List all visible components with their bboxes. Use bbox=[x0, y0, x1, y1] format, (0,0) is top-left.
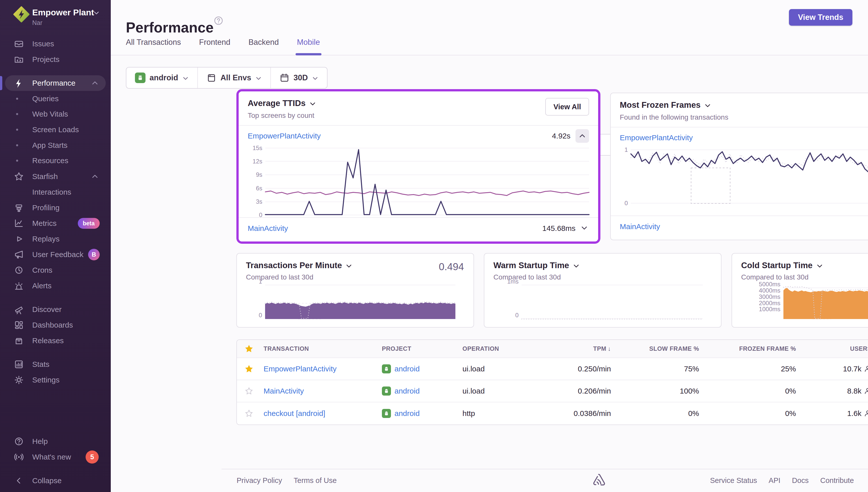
sidebar-item-issues[interactable]: Issues bbox=[0, 36, 111, 52]
tpm-value: 0.494 bbox=[439, 261, 464, 272]
help-circle-icon[interactable] bbox=[213, 16, 224, 26]
org-switcher[interactable]: Empower Plant Nar bbox=[0, 0, 111, 33]
settings-icon bbox=[14, 375, 24, 385]
sidebar-item-interactions[interactable]: Interactions bbox=[0, 184, 111, 200]
tpm-card: Transactions Per Minute Compared to last… bbox=[236, 253, 474, 327]
sidebar-item-performance[interactable]: Performance bbox=[0, 75, 111, 91]
sidebar-item-projects[interactable]: Projects bbox=[0, 51, 111, 68]
tab-backend[interactable]: Backend bbox=[249, 38, 279, 54]
view-all-button[interactable]: View All bbox=[545, 98, 589, 116]
y-axis-tick: 12s bbox=[253, 158, 262, 165]
sidebar-item-starfish[interactable]: Starfish bbox=[0, 168, 111, 184]
sidebar-item-dashboards[interactable]: Dashboards bbox=[0, 317, 111, 333]
footer-link-service-status[interactable]: Service Status bbox=[710, 476, 757, 485]
sidebar-item-releases[interactable]: Releases bbox=[0, 333, 111, 349]
sidebar-item-label: Projects bbox=[32, 55, 59, 64]
footer-link-api[interactable]: API bbox=[769, 476, 781, 485]
sidebar-item-label: Starfish bbox=[32, 172, 58, 181]
user-feedback-badge: B bbox=[88, 249, 100, 260]
sidebar-item-label: App Starts bbox=[32, 141, 68, 150]
operation-cell: ui.load bbox=[460, 365, 548, 373]
tpm-title-dropdown[interactable]: Transactions Per Minute bbox=[246, 261, 353, 270]
sidebar-item-metrics[interactable]: Metricsbeta bbox=[0, 215, 111, 231]
android-project-icon bbox=[382, 409, 391, 418]
table-row[interactable]: MainActivityandroidui.load0.206/min100%0… bbox=[237, 380, 868, 402]
transactions-table: TRANSACTION PROJECT OPERATION TPM↓ SLOW … bbox=[236, 339, 868, 425]
sidebar-item-profiling[interactable]: Profiling bbox=[0, 200, 111, 216]
avg-ttids-title-dropdown[interactable]: Average TTIDs bbox=[248, 98, 316, 108]
tab-mobile[interactable]: Mobile bbox=[297, 38, 320, 54]
transaction-link[interactable]: MainActivity bbox=[248, 224, 288, 233]
sidebar-item-stats[interactable]: Stats bbox=[0, 356, 111, 372]
sidebar-item-queries[interactable]: Queries bbox=[0, 91, 111, 107]
cold-startup-chart: 5000ms4000ms3000ms2000ms1000ms bbox=[750, 281, 868, 319]
transaction-link[interactable]: EmpowerPlantActivity bbox=[248, 132, 321, 140]
footer-link-docs[interactable]: Docs bbox=[792, 476, 809, 485]
tab-all-transactions[interactable]: All Transactions bbox=[126, 38, 181, 54]
view-trends-button[interactable]: View Trends bbox=[789, 9, 852, 26]
android-project-icon bbox=[135, 73, 146, 83]
transaction-link[interactable]: EmpowerPlantActivity bbox=[261, 365, 379, 373]
y-axis-tick: 1000ms bbox=[759, 306, 781, 313]
tab-frontend[interactable]: Frontend bbox=[199, 38, 230, 54]
column-header-transaction[interactable]: TRANSACTION bbox=[261, 345, 379, 352]
expand-row-button[interactable] bbox=[581, 224, 589, 233]
transaction-link[interactable]: checkout [android] bbox=[261, 409, 379, 418]
star-toggle[interactable] bbox=[245, 387, 253, 395]
project-link[interactable]: android bbox=[394, 365, 420, 373]
warm-startup-subtitle: Compared to last 30d bbox=[493, 273, 712, 281]
date-range-filter[interactable]: 30D bbox=[271, 68, 327, 88]
column-header-slow-frame[interactable]: SLOW FRAME % bbox=[613, 345, 701, 352]
footer-link-privacy-policy[interactable]: Privacy Policy bbox=[237, 476, 282, 485]
avg-ttids-title: Average TTIDs bbox=[248, 98, 306, 108]
sidebar-item-discover[interactable]: Discover bbox=[0, 301, 111, 318]
sidebar-item-label: Queries bbox=[32, 94, 59, 103]
footer-link-terms-of-use[interactable]: Terms of Use bbox=[294, 476, 337, 485]
sidebar-item-help[interactable]: Help bbox=[0, 433, 111, 449]
sidebar-item-alerts[interactable]: Alerts bbox=[0, 278, 111, 294]
table-row[interactable]: checkout [android]androidhttp0.0386/min0… bbox=[237, 402, 868, 424]
sidebar-item-settings[interactable]: Settings bbox=[0, 372, 111, 388]
project-filter[interactable]: android bbox=[126, 68, 197, 88]
sidebar-item-label: Collapse bbox=[32, 476, 62, 485]
column-header-operation[interactable]: OPERATION bbox=[460, 345, 548, 352]
column-header-frozen-frame[interactable]: FROZEN FRAME % bbox=[701, 345, 798, 352]
sidebar-item-screen-loads[interactable]: Screen Loads bbox=[0, 122, 111, 138]
sidebar-item-web-vitals[interactable]: Web Vitals bbox=[0, 106, 111, 122]
metrics-badge: beta bbox=[78, 218, 100, 229]
star-toggle[interactable] bbox=[245, 365, 253, 373]
environment-filter[interactable]: All Envs bbox=[197, 68, 271, 88]
warm-startup-title-dropdown[interactable]: Warm Startup Time bbox=[493, 261, 580, 270]
collapse-icon bbox=[14, 476, 24, 486]
column-header-users[interactable]: USERS bbox=[798, 345, 868, 352]
whats-new-badge: 5 bbox=[85, 450, 99, 464]
cold-startup-title-dropdown[interactable]: Cold Startup Time bbox=[741, 261, 823, 270]
star-toggle[interactable] bbox=[245, 409, 253, 418]
sidebar-item-crons[interactable]: Crons bbox=[0, 262, 111, 278]
sidebar-item-app-starts[interactable]: App Starts bbox=[0, 137, 111, 153]
ttid-value: 4.92s bbox=[552, 132, 570, 140]
transaction-link[interactable]: MainActivity bbox=[620, 222, 660, 231]
transaction-link[interactable]: MainActivity bbox=[261, 387, 379, 395]
sidebar-item-resources[interactable]: Resources bbox=[0, 153, 111, 169]
column-header-tpm[interactable]: TPM↓ bbox=[548, 345, 613, 352]
sidebar-item-collapse[interactable]: Collapse bbox=[0, 473, 111, 489]
table-row[interactable]: EmpowerPlantActivityandroidui.load0.250/… bbox=[237, 358, 868, 380]
sidebar-item-whats-new[interactable]: What's new5 bbox=[0, 449, 111, 465]
discover-icon bbox=[14, 304, 24, 315]
collapse-row-button[interactable] bbox=[576, 129, 589, 143]
chevron-down-icon bbox=[816, 262, 823, 269]
y-axis-tick: 15s bbox=[253, 145, 262, 152]
star-column-icon bbox=[237, 344, 261, 353]
sidebar-item-replays[interactable]: Replays bbox=[0, 231, 111, 247]
footer-link-contribute[interactable]: Contribute bbox=[820, 476, 854, 485]
project-link[interactable]: android bbox=[394, 387, 420, 395]
column-header-project[interactable]: PROJECT bbox=[379, 345, 460, 352]
frozen-frames-title-dropdown[interactable]: Most Frozen Frames bbox=[620, 100, 711, 110]
transaction-link[interactable]: EmpowerPlantActivity bbox=[620, 133, 693, 142]
sidebar-item-user-feedback[interactable]: User FeedbackB bbox=[0, 246, 111, 263]
performance-icon bbox=[14, 78, 24, 88]
project-filter-value: android bbox=[150, 73, 178, 82]
help-icon bbox=[14, 436, 24, 446]
project-link[interactable]: android bbox=[394, 409, 420, 418]
